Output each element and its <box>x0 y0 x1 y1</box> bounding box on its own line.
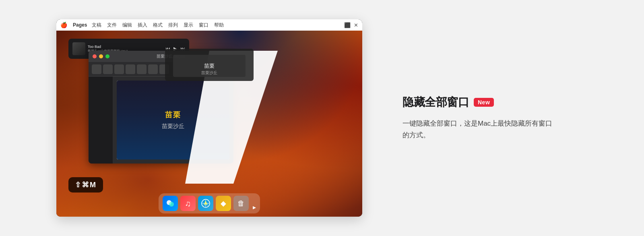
window-minimize-btn[interactable] <box>99 54 103 58</box>
menu-item-charu[interactable]: 插入 <box>138 22 147 29</box>
funnel-container: 苗栗 苗栗沙丘 <box>141 47 278 184</box>
wallpaper: Too Bad 每摇头一山坐前辈闻前 Vol.1 ⏮ ▶ ⏭ <box>56 31 362 217</box>
menu-item-pailie[interactable]: 排列 <box>168 22 178 29</box>
new-badge: New <box>474 98 494 107</box>
music-cover <box>72 42 85 55</box>
menu-item-chuangkou[interactable]: 窗口 <box>199 22 208 29</box>
window-maximize-btn[interactable] <box>105 54 109 58</box>
feature-text-content: 隐藏全部窗口 New 一键隐藏全部窗口，这是Mac上最快隐藏所有窗口 的方式。 <box>394 95 588 141</box>
menu-item-xianshi[interactable]: 显示 <box>184 22 193 29</box>
toolbar-btn-2[interactable] <box>103 64 113 74</box>
feature-title-row: 隐藏全部窗口 New <box>402 95 588 110</box>
window-close-btn[interactable] <box>93 54 97 58</box>
menu-item-bianji[interactable]: 编辑 <box>122 22 132 29</box>
main-container: 🍎 Pages 文稿 文件 编辑 插入 格式 排列 显示 窗口 帮助 ⬛ ✕ <box>32 3 612 233</box>
menubar-items: 文稿 文件 编辑 插入 格式 排列 显示 窗口 帮助 <box>92 22 224 29</box>
app-name: Pages <box>73 22 87 28</box>
svg-text:苗栗: 苗栗 <box>204 63 215 69</box>
dock-trash-icon[interactable]: 🗑 <box>233 196 249 211</box>
screenshot-wrapper: 🍎 Pages 文稿 文件 编辑 插入 格式 排列 显示 窗口 帮助 ⬛ ✕ <box>56 19 362 217</box>
menu-item-wendang[interactable]: 文稿 <box>92 22 101 29</box>
menubar: 🍎 Pages 文稿 文件 编辑 插入 格式 排列 显示 窗口 帮助 ⬛ ✕ <box>56 19 362 31</box>
menubar-right: ⬛ ✕ <box>344 22 358 28</box>
svg-point-6 <box>169 202 174 207</box>
feature-description-line2: 的方式。 <box>402 131 430 139</box>
dock-keynote-icon[interactable]: ◆ <box>216 196 231 211</box>
dock: ♫ ◆ 🗑 ▸ <box>159 193 260 213</box>
pages-sidebar <box>89 77 113 164</box>
dock-finder-icon[interactable] <box>163 196 178 211</box>
cursor-icon: ▸ <box>253 203 256 211</box>
toolbar-btn-1[interactable] <box>92 64 101 74</box>
menu-item-bangzhu[interactable]: 帮助 <box>214 22 224 29</box>
toolbar-btn-3[interactable] <box>114 64 124 74</box>
menu-item-geshi[interactable]: 格式 <box>153 22 163 29</box>
shortcut-badge: ⇧⌘M <box>68 177 103 193</box>
funnel-svg: 苗栗 苗栗沙丘 <box>141 47 278 184</box>
screenshot-content: Too Bad 每摇头一山坐前辈闻前 Vol.1 ⏮ ▶ ⏭ <box>56 31 362 217</box>
apple-icon: 🍎 <box>60 22 67 28</box>
dock-music-icon[interactable]: ♫ <box>180 196 196 211</box>
menu-item-wenjian[interactable]: 文件 <box>107 22 117 29</box>
toolbar-btn-4[interactable] <box>126 64 135 74</box>
feature-description: 一键隐藏全部窗口，这是Mac上最快隐藏所有窗口 的方式。 <box>402 118 588 141</box>
feature-title: 隐藏全部窗口 <box>402 95 469 110</box>
feature-description-line1: 一键隐藏全部窗口，这是Mac上最快隐藏所有窗口 <box>402 120 552 127</box>
dock-safari-icon[interactable] <box>198 196 213 211</box>
svg-text:苗栗沙丘: 苗栗沙丘 <box>201 70 217 75</box>
